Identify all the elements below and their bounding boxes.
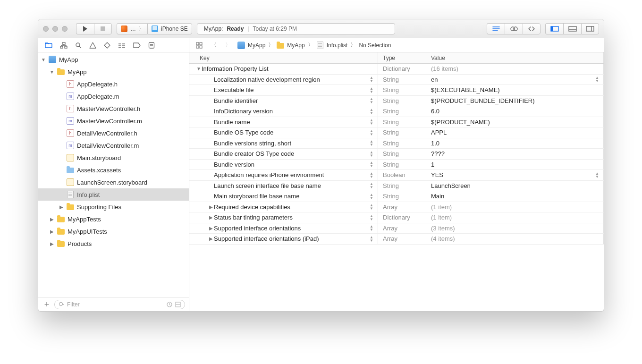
minimize-window-button[interactable] bbox=[52, 26, 58, 32]
stepper-icon[interactable]: ▲▼ bbox=[366, 182, 373, 189]
tree-item[interactable]: hMasterViewController.h bbox=[38, 102, 189, 115]
disclosure-icon[interactable]: ▼ bbox=[50, 69, 54, 75]
disclosure-icon[interactable]: ▼ bbox=[41, 57, 46, 62]
recent-icon[interactable] bbox=[167, 302, 172, 307]
plist-row[interactable]: Bundle identifier▲▼String$(PRODUCT_BUNDL… bbox=[189, 96, 604, 107]
tree-item[interactable]: mAppDelegate.m bbox=[38, 90, 189, 102]
test-navigator-tab[interactable] bbox=[104, 42, 110, 49]
tree-item[interactable]: ▶MyAppUITests bbox=[38, 225, 189, 237]
tree-item-label: MyApp bbox=[68, 68, 86, 76]
tree-item[interactable]: ▶Products bbox=[38, 237, 189, 250]
toggle-debug-pane[interactable] bbox=[563, 23, 581, 34]
source-control-navigator-tab[interactable] bbox=[60, 42, 68, 49]
stepper-icon[interactable]: ▲▼ bbox=[366, 108, 373, 115]
disclosure-icon[interactable]: ▶ bbox=[59, 204, 64, 210]
disclosure-icon[interactable]: ▶ bbox=[208, 204, 214, 210]
plist-row[interactable]: InfoDictionary version▲▼String6.0 bbox=[189, 106, 604, 117]
tree-item[interactable]: ▼MyApp bbox=[38, 53, 189, 66]
stepper-icon[interactable]: ▲▼ bbox=[366, 129, 373, 136]
stepper-icon[interactable]: ▲▼ bbox=[591, 172, 599, 178]
column-type[interactable]: Type bbox=[378, 52, 426, 63]
stepper-icon[interactable]: ▲▼ bbox=[366, 140, 373, 146]
related-items-button[interactable] bbox=[194, 42, 204, 49]
plist-row[interactable]: ▶Required device capabilities▲▼Array(1 i… bbox=[189, 202, 604, 213]
tree-item[interactable]: hDetailViewController.h bbox=[38, 127, 189, 139]
tree-item[interactable]: LaunchScreen.storyboard bbox=[38, 176, 189, 188]
plist-row[interactable]: Bundle versions string, short▲▼String1.0 bbox=[189, 138, 604, 149]
project-tree[interactable]: ▼MyApp▼MyApphAppDelegate.hmAppDelegate.m… bbox=[38, 52, 189, 297]
editor-mode-assistant[interactable] bbox=[505, 23, 523, 34]
stepper-icon[interactable]: ▲▼ bbox=[591, 76, 599, 83]
tree-item[interactable]: Main.storyboard bbox=[38, 152, 189, 164]
plist-row[interactable]: ▶Supported interface orientations (iPad)… bbox=[189, 234, 604, 245]
column-key[interactable]: Key bbox=[189, 52, 378, 63]
tree-item[interactable]: mMasterViewController.m bbox=[38, 115, 189, 127]
plist-row[interactable]: Executable file▲▼String$(EXECUTABLE_NAME… bbox=[189, 85, 604, 96]
tree-item[interactable]: ▶Supporting Files bbox=[38, 201, 189, 213]
disclosure-icon[interactable]: ▶ bbox=[50, 229, 54, 234]
stepper-icon[interactable]: ▲▼ bbox=[366, 236, 373, 242]
plist-row[interactable]: Bundle version▲▼String1 bbox=[189, 160, 604, 170]
breakpoint-navigator-tab[interactable] bbox=[133, 42, 141, 48]
project-navigator-tab[interactable] bbox=[45, 42, 52, 49]
back-button[interactable]: 〈 bbox=[209, 41, 219, 49]
editor-mode-standard[interactable] bbox=[487, 23, 505, 34]
disclosure-icon[interactable]: ▶ bbox=[50, 217, 54, 222]
breadcrumb-item[interactable]: MyApp bbox=[237, 42, 265, 49]
plist-row[interactable]: Main storyboard file base name▲▼StringMa… bbox=[189, 191, 604, 202]
disclosure-icon[interactable]: ▶ bbox=[50, 241, 54, 246]
stepper-icon[interactable]: ▲▼ bbox=[366, 214, 373, 221]
plist-row[interactable]: ▼Information Property ListDictionary(16 … bbox=[189, 64, 604, 75]
tree-item[interactable]: Info.plist bbox=[38, 188, 189, 201]
zoom-window-button[interactable] bbox=[62, 26, 68, 32]
plist-row[interactable]: Bundle OS Type code▲▼StringAPPL bbox=[189, 127, 604, 138]
breadcrumb-item[interactable]: Info.plist bbox=[316, 42, 348, 49]
debug-navigator-tab[interactable] bbox=[118, 42, 126, 49]
find-navigator-tab[interactable] bbox=[75, 42, 82, 49]
stepper-icon[interactable]: ▲▼ bbox=[366, 203, 373, 210]
column-value[interactable]: Value bbox=[426, 52, 604, 63]
tree-item[interactable]: ▼MyApp bbox=[38, 66, 189, 78]
plist-row[interactable]: Localization native development region▲▼… bbox=[189, 75, 604, 85]
toggle-navigator-pane[interactable] bbox=[545, 23, 563, 34]
forward-button[interactable]: 〉 bbox=[223, 41, 233, 49]
stepper-icon[interactable]: ▲▼ bbox=[366, 172, 373, 178]
stepper-icon[interactable]: ▲▼ bbox=[366, 76, 373, 83]
breadcrumb-item[interactable]: No Selection bbox=[359, 42, 391, 49]
close-window-button[interactable] bbox=[43, 26, 49, 32]
issue-navigator-tab[interactable] bbox=[89, 42, 96, 49]
plist-row[interactable]: Application requires iPhone environment▲… bbox=[189, 170, 604, 181]
plist-row[interactable]: Bundle name▲▼String$(PRODUCT_NAME) bbox=[189, 117, 604, 128]
filter-field[interactable]: Filter bbox=[54, 300, 185, 309]
destination-selector[interactable]: iPhone SE bbox=[147, 23, 192, 34]
scm-icon[interactable] bbox=[175, 302, 181, 307]
plist-row[interactable]: Launch screen interface file base name▲▼… bbox=[189, 181, 604, 192]
toggle-utilities-pane[interactable] bbox=[581, 23, 599, 34]
stepper-icon[interactable]: ▲▼ bbox=[366, 151, 373, 157]
tree-item[interactable]: mDetailViewController.m bbox=[38, 139, 189, 152]
tree-item[interactable]: hAppDelegate.h bbox=[38, 78, 189, 90]
disclosure-icon[interactable]: ▼ bbox=[196, 66, 202, 71]
stepper-icon[interactable]: ▲▼ bbox=[366, 119, 373, 125]
plist-row[interactable]: ▶Status bar tinting parameters▲▼Dictiona… bbox=[189, 212, 604, 223]
report-navigator-tab[interactable] bbox=[148, 42, 155, 49]
run-button[interactable] bbox=[76, 23, 94, 34]
disclosure-icon[interactable]: ▶ bbox=[208, 226, 214, 231]
plist-row[interactable]: ▶Supported interface orientations▲▼Array… bbox=[189, 223, 604, 234]
stop-button[interactable] bbox=[94, 23, 112, 34]
tree-item-label: Products bbox=[68, 240, 92, 247]
stepper-icon[interactable]: ▲▼ bbox=[366, 225, 373, 231]
breadcrumb-item[interactable]: MyApp bbox=[277, 42, 304, 49]
scheme-selector[interactable]: … 〉 bbox=[117, 23, 147, 34]
add-button[interactable]: + bbox=[42, 301, 51, 308]
plist-row[interactable]: Bundle creator OS Type code▲▼String???? bbox=[189, 149, 604, 160]
stepper-icon[interactable]: ▲▼ bbox=[366, 193, 373, 200]
editor-mode-version[interactable] bbox=[523, 23, 541, 34]
disclosure-icon[interactable]: ▶ bbox=[208, 215, 214, 220]
stepper-icon[interactable]: ▲▼ bbox=[366, 161, 373, 168]
tree-item[interactable]: ▶MyAppTests bbox=[38, 213, 189, 225]
disclosure-icon[interactable]: ▶ bbox=[208, 236, 214, 241]
stepper-icon[interactable]: ▲▼ bbox=[366, 97, 373, 104]
tree-item[interactable]: Assets.xcassets bbox=[38, 164, 189, 176]
stepper-icon[interactable]: ▲▼ bbox=[366, 87, 373, 93]
